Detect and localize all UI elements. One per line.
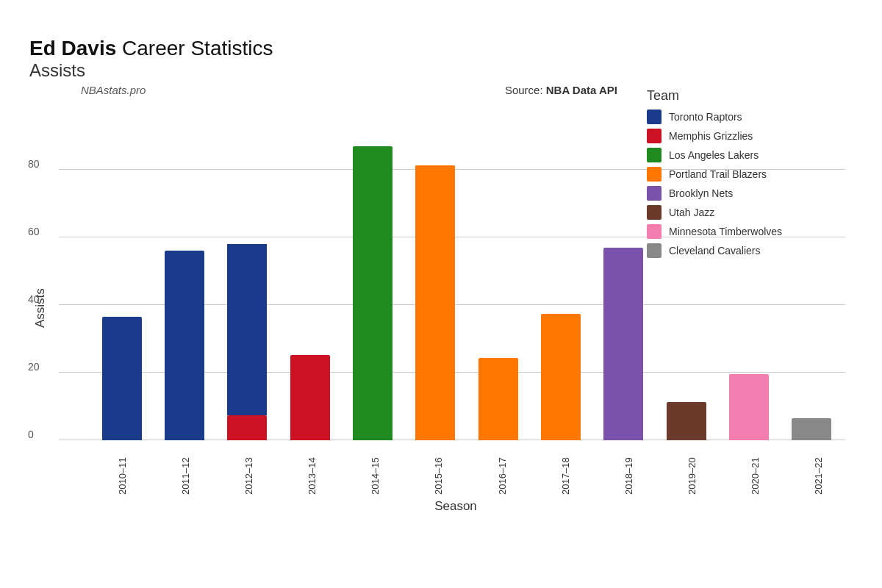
bar <box>667 402 706 440</box>
x-label-group: 2019–20 <box>663 442 722 495</box>
y-tick-label: 20 <box>28 361 40 373</box>
x-tick-label: 2015–16 <box>433 442 444 495</box>
bar <box>227 244 267 415</box>
legend-label: Cleveland Cavaliers <box>669 245 761 257</box>
bar <box>415 165 455 440</box>
x-label-group: 2013–14 <box>283 442 342 495</box>
bar-group <box>469 102 527 440</box>
x-label-group: 2010–11 <box>93 442 151 495</box>
x-tick-label: 2021–22 <box>813 442 824 495</box>
legend-item: Cleveland Cavaliers <box>647 243 853 258</box>
y-tick-label: 80 <box>28 158 40 170</box>
x-label-group: 2016–17 <box>473 442 531 495</box>
x-tick-label: 2014–15 <box>370 442 381 495</box>
y-tick-label: 0 <box>28 429 34 440</box>
source-plain: Source: <box>505 84 546 96</box>
x-tick-label: 2013–14 <box>306 442 318 495</box>
bar <box>227 415 267 440</box>
source-left: NBAstats.pro <box>81 84 146 96</box>
legend: Team Toronto RaptorsMemphis GrizzliesLos… <box>647 88 853 262</box>
x-label-group: 2014–15 <box>346 442 405 495</box>
chart-container: Ed Davis Career Statistics Assists NBAst… <box>15 15 867 573</box>
bar <box>603 248 643 440</box>
bar-stack <box>603 248 643 440</box>
bar-stack <box>667 402 706 440</box>
x-tick-label: 2010–11 <box>117 442 128 495</box>
bar <box>478 358 518 440</box>
legend-label: Los Angeles Lakers <box>669 149 759 161</box>
bar <box>102 317 142 440</box>
bar-stack <box>227 244 267 440</box>
title-block: Ed Davis Career Statistics Assists <box>29 37 853 81</box>
bar-group <box>406 102 465 440</box>
bar <box>290 355 330 440</box>
legend-label: Utah Jazz <box>669 207 714 218</box>
legend-swatch <box>647 129 662 143</box>
bar <box>792 418 831 440</box>
legend-item: Brooklyn Nets <box>647 186 853 201</box>
x-axis-labels: 2010–112011–122012–132013–142014–152015–… <box>59 442 853 495</box>
x-label-group: 2015–16 <box>409 442 468 495</box>
x-label-group: 2011–12 <box>156 442 215 495</box>
main-title: Ed Davis Career Statistics <box>29 37 853 60</box>
x-tick-label: 2011–12 <box>180 442 191 495</box>
bar-stack <box>478 358 518 440</box>
legend-swatch <box>647 186 662 201</box>
bar-stack <box>792 418 831 440</box>
bar-stack <box>415 165 455 440</box>
x-label-group: 2017–18 <box>536 442 595 495</box>
bar-group <box>155 102 213 440</box>
legend-label: Minnesota Timberwolves <box>669 226 782 237</box>
chart-subtitle: Assists <box>29 60 853 81</box>
legend-swatch <box>647 110 662 124</box>
legend-label: Memphis Grizzlies <box>669 130 753 142</box>
bar-group <box>531 102 589 440</box>
x-tick-label: 2019–20 <box>686 442 698 495</box>
bar-stack <box>729 374 769 440</box>
x-label-group: 2021–22 <box>789 442 848 495</box>
bar-stack <box>290 355 330 440</box>
bar-stack <box>353 146 392 440</box>
x-tick-label: 2017–18 <box>560 442 571 495</box>
source-bold: NBA Data API <box>546 84 617 96</box>
legend-swatch <box>647 148 662 162</box>
legend-item: Portland Trail Blazers <box>647 167 853 182</box>
y-tick-label: 60 <box>28 226 40 237</box>
bar-group <box>595 102 653 440</box>
bar-stack <box>541 314 581 440</box>
legend-swatch <box>647 224 662 239</box>
bar <box>353 146 392 440</box>
x-axis-title: Season <box>59 499 853 514</box>
legend-swatch <box>647 167 662 182</box>
x-tick-label: 2018–19 <box>623 442 634 495</box>
x-tick-label: 2020–21 <box>750 442 761 495</box>
legend-label: Portland Trail Blazers <box>669 168 767 180</box>
title-bold: Ed Davis <box>29 37 116 60</box>
bar <box>729 374 769 440</box>
x-tick-label: 2012–13 <box>243 442 254 495</box>
legend-item: Utah Jazz <box>647 205 853 220</box>
legend-item: Minnesota Timberwolves <box>647 224 853 239</box>
bar <box>165 251 204 440</box>
title-rest: Career Statistics <box>116 37 273 60</box>
legend-item: Toronto Raptors <box>647 110 853 124</box>
legend-item: Los Angeles Lakers <box>647 148 853 162</box>
legend-label: Toronto Raptors <box>669 111 742 123</box>
legend-swatch <box>647 205 662 220</box>
bar-group <box>218 102 276 440</box>
y-tick-label: 40 <box>28 293 40 305</box>
legend-title: Team <box>647 88 853 104</box>
legend-label: Brooklyn Nets <box>669 187 733 199</box>
x-label-group: 2020–21 <box>726 442 785 495</box>
legend-item: Memphis Grizzlies <box>647 129 853 143</box>
bar-stack <box>165 251 204 440</box>
x-tick-label: 2016–17 <box>497 442 508 495</box>
bar <box>541 314 581 440</box>
bar-stack <box>102 317 142 440</box>
bar-group <box>281 102 339 440</box>
legend-swatch <box>647 243 662 258</box>
x-label-group: 2018–19 <box>599 442 658 495</box>
x-label-group: 2012–13 <box>219 442 278 495</box>
bar-group <box>93 102 151 440</box>
bar-group <box>343 102 401 440</box>
